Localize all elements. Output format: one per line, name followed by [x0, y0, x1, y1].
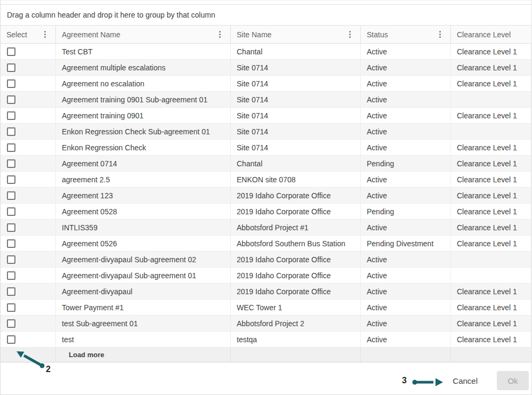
- column-header-status[interactable]: Status: [361, 26, 451, 43]
- load-more-cell: Load more: [56, 348, 231, 362]
- agreements-grid: Drag a column header and drop it here to…: [1, 4, 531, 362]
- row-checkbox[interactable]: [7, 111, 15, 120]
- column-menu-kebab-icon[interactable]: [218, 30, 222, 39]
- cell-agreement-name: Enkon Regression Check: [56, 140, 231, 155]
- cell-agreement-name: Agreement 0526: [56, 236, 231, 251]
- table-row: testtestqaActiveClearance Level 1: [1, 332, 531, 348]
- load-more-button[interactable]: Load more: [56, 351, 104, 359]
- column-menu-kebab-icon[interactable]: [348, 30, 352, 39]
- cell-status: Active: [361, 268, 451, 283]
- cell-status: Pending: [361, 204, 451, 219]
- row-checkbox[interactable]: [7, 207, 15, 216]
- cell-status: Active: [361, 188, 451, 203]
- load-more-filler-cell: [361, 348, 451, 362]
- group-by-hint-text: Drag a column header and drop it here to…: [7, 11, 215, 19]
- cell-clearance-level: Clearance Level 1: [451, 60, 531, 75]
- row-checkbox[interactable]: [7, 223, 15, 232]
- select-cell: [1, 284, 56, 299]
- cell-clearance-level: [451, 124, 531, 139]
- cell-clearance-level: Clearance Level 1: [451, 76, 531, 91]
- annotation-step-2-label: 2: [46, 365, 51, 374]
- column-header-label: Select: [6, 30, 27, 39]
- column-header-clearance[interactable]: Clearance Level: [451, 26, 531, 43]
- cell-clearance-level: Clearance Level 1: [451, 220, 531, 235]
- cell-clearance-level: Clearance Level 1: [451, 156, 531, 171]
- table-row: Agreement multiple escalationsSite 0714A…: [1, 60, 531, 76]
- cell-site-name: Site 0714: [231, 60, 361, 75]
- cell-status: Active: [361, 108, 451, 123]
- select-cell: [1, 92, 56, 107]
- select-cell: [1, 44, 56, 59]
- table-row: Agreement training 0901Site 0714ActiveCl…: [1, 108, 531, 124]
- agreement-picker-dialog: Drag a column header and drop it here to…: [0, 0, 532, 395]
- select-cell: [1, 252, 56, 267]
- row-checkbox[interactable]: [7, 255, 15, 264]
- column-header-name[interactable]: Agreement Name: [56, 26, 231, 43]
- table-row: Agreement-divyapaul Sub-agreement 012019…: [1, 268, 531, 284]
- row-checkbox[interactable]: [7, 127, 15, 136]
- cell-site-name: Abbotsford Project #1: [231, 220, 361, 235]
- cell-site-name: 2019 Idaho Corporate Office: [231, 188, 361, 203]
- select-cell: [1, 316, 56, 331]
- cell-site-name: Abbotsford Project 2: [231, 316, 361, 331]
- select-cell: [1, 204, 56, 219]
- row-checkbox[interactable]: [7, 319, 15, 328]
- ok-button[interactable]: Ok: [497, 371, 529, 390]
- cell-status: Active: [361, 92, 451, 107]
- select-cell: [1, 188, 56, 203]
- cell-site-name: Site 0714: [231, 140, 361, 155]
- load-more-filler-cell: [451, 348, 531, 362]
- select-cell: [1, 156, 56, 171]
- cell-agreement-name: Agreement no escalation: [56, 76, 231, 91]
- row-checkbox[interactable]: [7, 95, 15, 104]
- select-cell: [1, 220, 56, 235]
- cell-clearance-level: Clearance Level 1: [451, 284, 531, 299]
- column-header-label: Site Name: [237, 30, 271, 39]
- column-header-site[interactable]: Site Name: [231, 26, 361, 43]
- cell-clearance-level: Clearance Level 1: [451, 332, 531, 347]
- cell-status: Pending: [361, 156, 451, 171]
- load-more-filler-cell: [231, 348, 361, 362]
- table-row: Agreement training 0901 Sub-agreement 01…: [1, 92, 531, 108]
- cell-site-name: testqa: [231, 332, 361, 347]
- row-checkbox[interactable]: [7, 79, 15, 88]
- cell-agreement-name: Agreement 0528: [56, 204, 231, 219]
- row-checkbox[interactable]: [7, 303, 15, 312]
- cell-agreement-name: Tower Payment #1: [56, 300, 231, 315]
- cell-agreement-name: agreement 2.5: [56, 172, 231, 187]
- table-row: Enkon Regression CheckSite 0714ActiveCle…: [1, 140, 531, 156]
- cell-status: Active: [361, 140, 451, 155]
- cell-site-name: 2019 Idaho Corporate Office: [231, 284, 361, 299]
- row-checkbox[interactable]: [7, 143, 15, 152]
- row-checkbox[interactable]: [7, 63, 15, 72]
- cell-agreement-name: test: [56, 332, 231, 347]
- row-checkbox[interactable]: [7, 47, 15, 56]
- select-cell: [1, 124, 56, 139]
- select-cell: [1, 172, 56, 187]
- row-checkbox[interactable]: [7, 335, 15, 344]
- row-checkbox[interactable]: [7, 175, 15, 184]
- row-checkbox[interactable]: [7, 191, 15, 200]
- load-more-row: Load more: [1, 348, 531, 362]
- row-checkbox[interactable]: [7, 287, 15, 296]
- grid-body: Test CBTChantalActiveClearance Level 1Ag…: [1, 44, 531, 348]
- cell-agreement-name: Agreement-divyapaul: [56, 284, 231, 299]
- cell-clearance-level: Clearance Level 1: [451, 188, 531, 203]
- cell-site-name: Site 0714: [231, 108, 361, 123]
- column-header-label: Status: [367, 30, 388, 39]
- cell-agreement-name: Agreement-divyapaul Sub-agreement 02: [56, 252, 231, 267]
- cell-clearance-level: [451, 268, 531, 283]
- cell-status: Pending Divestment: [361, 236, 451, 251]
- cell-status: Active: [361, 76, 451, 91]
- row-checkbox[interactable]: [7, 271, 15, 280]
- row-checkbox[interactable]: [7, 239, 15, 248]
- cell-site-name: Site 0714: [231, 92, 361, 107]
- cell-site-name: 2019 Idaho Corporate Office: [231, 268, 361, 283]
- column-header-select[interactable]: Select: [1, 26, 56, 43]
- group-by-drop-zone[interactable]: Drag a column header and drop it here to…: [1, 5, 531, 26]
- column-menu-kebab-icon[interactable]: [43, 30, 47, 39]
- row-checkbox[interactable]: [7, 159, 15, 168]
- cell-status: Active: [361, 44, 451, 59]
- column-menu-kebab-icon[interactable]: [438, 30, 442, 39]
- cancel-button[interactable]: Cancel: [450, 372, 480, 390]
